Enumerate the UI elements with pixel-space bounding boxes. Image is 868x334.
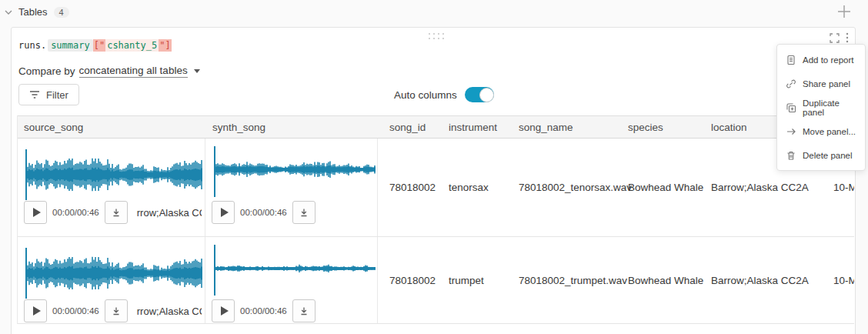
cell-song-name: 78018002_trumpet.wav	[519, 237, 628, 323]
column-header-synth-song[interactable]: synth_song	[205, 116, 378, 138]
section-title: Tables	[18, 6, 48, 18]
cell-instrument: tenorsax	[449, 139, 519, 236]
menu-item-label: Share panel	[803, 79, 850, 89]
cell-instrument: trumpet	[449, 237, 519, 323]
filter-icon	[29, 90, 40, 99]
playback-cursor	[214, 146, 215, 197]
expression-key: cshanty_5	[105, 39, 159, 52]
cell-song-id: 78018002	[389, 237, 449, 323]
panel-drag-handle[interactable]	[429, 33, 444, 39]
menu-item-move-panel[interactable]: Move panel...	[777, 119, 865, 143]
panel-actions	[830, 32, 849, 43]
table-row: 00:00/00:46 rrow;Alaska CC 00:	[18, 237, 854, 324]
play-icon	[221, 208, 229, 217]
audio-waveform[interactable]	[25, 246, 202, 300]
table-panel: runs.summary["cshanty_5"] Compare by con…	[11, 27, 856, 334]
results-table: source_song synth_song song_id instrumen…	[17, 115, 854, 324]
menu-item-label: Add to report	[803, 55, 853, 65]
time-display: 00:00/00:46	[52, 208, 99, 217]
expression-method: summary	[48, 39, 93, 52]
time-display: 00:00/00:46	[240, 208, 287, 217]
expression-bracket-open: ["	[93, 39, 105, 52]
play-button[interactable]	[212, 299, 235, 322]
section-header: Tables 4	[5, 6, 69, 18]
play-icon	[33, 208, 41, 217]
audio-controls: 00:00/00:46	[212, 299, 374, 322]
arrow-right-icon	[786, 126, 796, 137]
column-header-instrument[interactable]: instrument	[449, 116, 519, 138]
download-icon	[299, 306, 309, 316]
chevron-down-icon	[194, 69, 200, 73]
audio-cell-source-song: 00:00/00:46 rrow;Alaska CC	[18, 237, 205, 323]
column-header-song-id[interactable]: song_id	[389, 116, 449, 138]
column-divider	[378, 116, 389, 138]
download-button[interactable]	[105, 299, 128, 322]
time-display: 00:00/00:46	[240, 306, 287, 316]
table-header-row: source_song synth_song song_id instrumen…	[18, 115, 854, 139]
panel-count-badge: 4	[54, 7, 69, 18]
audio-waveform[interactable]	[214, 145, 376, 199]
play-button[interactable]	[24, 201, 47, 224]
cell-species: Bowhead Whale	[628, 139, 711, 236]
duplicate-icon	[786, 102, 796, 113]
download-button[interactable]	[292, 299, 315, 322]
panel-query-expression[interactable]: runs.summary["cshanty_5"]	[18, 39, 172, 52]
play-icon	[221, 306, 229, 316]
column-header-song-name[interactable]: song_name	[519, 116, 628, 138]
menu-item-delete-panel[interactable]: Delete panel	[777, 143, 865, 167]
download-icon	[111, 207, 122, 218]
playback-cursor	[25, 248, 27, 299]
download-icon	[299, 207, 309, 218]
link-icon	[786, 78, 796, 89]
audio-caption: rrow;Alaska CC	[137, 207, 202, 219]
column-header-species[interactable]: species	[628, 116, 711, 138]
cell-divider	[378, 237, 389, 323]
audio-controls: 00:00/00:46	[212, 201, 374, 224]
wandb-workspace-section: Tables 4 runs.summary["cshanty_5"] Compa…	[0, 0, 868, 334]
play-button[interactable]	[24, 299, 47, 322]
table-row: 00:00/00:46 rrow;Alaska CC 00:	[18, 139, 854, 237]
cell-date-clipped: 10-Ma	[823, 237, 854, 323]
menu-item-label: Delete panel	[803, 151, 853, 160]
compare-by-dropdown[interactable]: concatenating all tables	[79, 65, 188, 78]
trash-icon	[786, 150, 796, 161]
audio-waveform[interactable]	[214, 243, 376, 297]
play-button[interactable]	[212, 201, 235, 224]
column-header-source-song[interactable]: source_song	[18, 116, 205, 138]
audio-controls: 00:00/00:46 rrow;Alaska CC	[24, 201, 202, 224]
filter-button-label: Filter	[46, 89, 68, 101]
filter-button[interactable]: Filter	[18, 84, 79, 105]
menu-item-label: Duplicate panel	[803, 99, 856, 117]
play-icon	[33, 306, 41, 316]
audio-waveform[interactable]	[25, 148, 202, 202]
expression-bracket-close: "]	[159, 39, 171, 52]
audio-cell-synth-song: 00:00/00:46	[205, 237, 378, 323]
add-panel-button[interactable]	[836, 3, 853, 20]
fullscreen-icon[interactable]	[830, 33, 840, 43]
cell-divider	[378, 139, 389, 236]
overflow-menu-icon[interactable]	[846, 32, 849, 43]
menu-item-add-to-report[interactable]: Add to report	[777, 48, 865, 72]
time-display: 00:00/00:46	[52, 306, 99, 316]
download-icon	[111, 306, 122, 316]
download-button[interactable]	[105, 201, 128, 224]
menu-item-label: Move panel...	[803, 127, 856, 136]
auto-columns-label: Auto columns	[394, 89, 457, 101]
cell-song-id: 78018002	[389, 139, 449, 236]
compare-by-label: Compare by	[18, 65, 75, 77]
chevron-down-icon[interactable]	[5, 9, 12, 15]
cell-species: Bowhead Whale	[628, 237, 711, 323]
expression-object: runs.	[18, 40, 46, 51]
compare-by-row: Compare by concatenating all tables	[18, 65, 200, 78]
audio-controls: 00:00/00:46 rrow;Alaska CC	[24, 299, 202, 322]
download-button[interactable]	[292, 201, 315, 224]
compare-by-value: concatenating all tables	[79, 65, 188, 76]
playback-cursor	[25, 149, 27, 200]
menu-item-share-panel[interactable]: Share panel	[777, 72, 865, 95]
auto-columns-toggle[interactable]	[465, 87, 494, 102]
panel-context-menu: Add to report Share panel Duplicate pane…	[776, 44, 866, 171]
audio-cell-source-song: 00:00/00:46 rrow;Alaska CC	[18, 139, 205, 236]
audio-caption: rrow;Alaska CC	[137, 306, 202, 317]
menu-item-duplicate-panel[interactable]: Duplicate panel	[777, 95, 865, 119]
auto-columns-control: Auto columns	[394, 87, 494, 102]
